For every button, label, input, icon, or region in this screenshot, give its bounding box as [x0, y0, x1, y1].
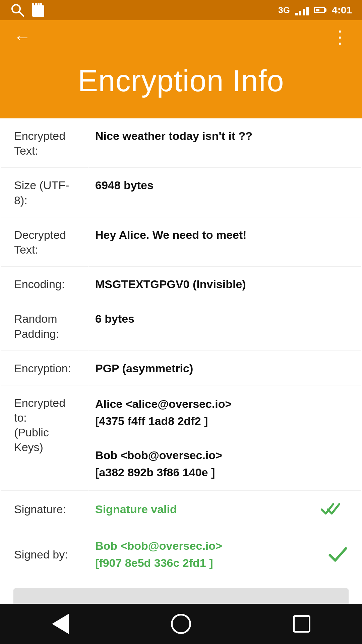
- value-size: 6948 bytes: [88, 168, 361, 217]
- label-signature: Signature:: [1, 491, 88, 527]
- label-encoding: Encoding:: [1, 267, 88, 301]
- label-encryption: Encryption:: [1, 352, 88, 385]
- signal-icon: [295, 5, 309, 15]
- recent-nav-button[interactable]: [288, 610, 315, 637]
- info-table: Encrypted Text: Nice weather today isn't…: [0, 118, 362, 582]
- value-encoding: MSGTEXTGPGV0 (Invisible): [88, 267, 361, 301]
- table-row: Encrypted to:(Public Keys) Alice <alice@…: [1, 386, 361, 491]
- back-nav-button[interactable]: [47, 610, 74, 637]
- show-signature-key-button[interactable]: SHOW SIGNATURE KEY: [13, 588, 349, 604]
- sd-card-icon: [32, 3, 45, 17]
- recent-nav-icon: [293, 615, 310, 633]
- svg-rect-6: [40, 3, 42, 7]
- svg-rect-4: [35, 3, 37, 7]
- page-title: Encryption Info: [78, 64, 284, 98]
- status-bar-left: [10, 3, 45, 17]
- table-row: Encrypted Text: Nice weather today isn't…: [1, 119, 361, 168]
- table-row: Decrypted Text: Hey Alice. We need to me…: [1, 218, 361, 267]
- value-encrypted-to: Alice <alice@oversec.io> [4375 f4ff 1ad8…: [88, 386, 361, 491]
- value-encryption: PGP (asymmetric): [88, 352, 361, 385]
- label-encrypted-to: Encrypted to:(Public Keys): [1, 386, 88, 491]
- single-check-icon: [328, 544, 348, 565]
- table-row: Size (UTF-8): 6948 bytes: [1, 168, 361, 217]
- svg-rect-3: [32, 3, 34, 8]
- label-size: Size (UTF-8):: [1, 168, 88, 217]
- label-signed-by: Signed by:: [1, 528, 88, 581]
- table-row: Encryption: PGP (asymmetric): [1, 352, 361, 385]
- status-bar-right: 3G 4:01: [278, 4, 352, 16]
- top-bar: ← ⋮: [0, 20, 362, 54]
- table-row: Encoding: MSGTEXTGPGV0 (Invisible): [1, 267, 361, 301]
- battery-icon: [314, 7, 326, 13]
- label-decrypted-text: Decrypted Text:: [1, 218, 88, 267]
- button-area: SHOW SIGNATURE KEY: [0, 582, 362, 604]
- double-check-icon: [321, 501, 348, 518]
- label-random-padding: Random Padding:: [1, 302, 88, 351]
- signed-by-text: Bob <bob@oversec.io> [f907 8e5d 336c 2fd…: [95, 537, 222, 572]
- label-encrypted-text: Encrypted Text:: [1, 119, 88, 168]
- table-row: Signed by: Bob <bob@oversec.io> [f907 8e…: [1, 528, 361, 581]
- value-decrypted-text: Hey Alice. We need to meet!: [88, 218, 361, 267]
- network-label: 3G: [278, 5, 290, 15]
- value-signature: Signature valid: [88, 491, 361, 527]
- value-signed-by: Bob <bob@oversec.io> [f907 8e5d 336c 2fd…: [88, 528, 361, 581]
- menu-button[interactable]: ⋮: [331, 28, 349, 46]
- search-icon: [10, 3, 25, 17]
- svg-line-1: [19, 12, 23, 16]
- time-label: 4:01: [332, 4, 352, 16]
- home-nav-button[interactable]: [168, 610, 194, 637]
- status-bar: 3G 4:01: [0, 0, 362, 20]
- nav-bar: [0, 604, 362, 644]
- table-row: Random Padding: 6 bytes: [1, 302, 361, 351]
- value-encrypted-text: Nice weather today isn't it ??: [88, 119, 361, 168]
- title-area: Encryption Info: [0, 54, 362, 118]
- back-button[interactable]: ←: [13, 27, 31, 47]
- back-nav-icon: [52, 614, 69, 634]
- value-random-padding: 6 bytes: [88, 302, 361, 351]
- content-area: Encrypted Text: Nice weather today isn't…: [0, 118, 362, 604]
- svg-rect-5: [38, 3, 40, 8]
- signature-valid-text: Signature valid: [95, 502, 177, 517]
- home-nav-icon: [171, 614, 191, 634]
- table-row: Signature: Signature valid: [1, 491, 361, 527]
